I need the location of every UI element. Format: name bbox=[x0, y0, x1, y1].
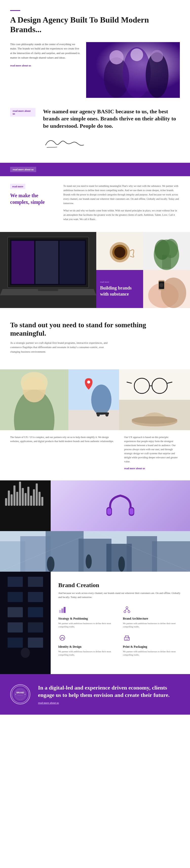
svg-point-98 bbox=[15, 694, 16, 695]
standout-title: To stand out you need to stand for somet… bbox=[10, 321, 180, 338]
footer-section: BRAND In a digital-led and experience dr… bbox=[0, 674, 190, 715]
svg-point-5 bbox=[130, 49, 143, 61]
gallery-macbook bbox=[0, 232, 96, 308]
svg-point-82 bbox=[124, 611, 126, 613]
complex-title: We make the complex, simple bbox=[10, 192, 56, 205]
complex-section: read more We make the complex, simple To… bbox=[0, 176, 190, 232]
music-bars bbox=[0, 480, 51, 531]
identity-desc: We partner with ambitious businesses to … bbox=[58, 650, 118, 657]
svg-point-39 bbox=[87, 380, 90, 383]
bar-12 bbox=[36, 484, 38, 506]
print-icon bbox=[123, 634, 182, 643]
svg-rect-60 bbox=[152, 541, 190, 572]
svg-rect-51 bbox=[107, 508, 111, 515]
strategy-desc: We partner with ambitious businesses to … bbox=[58, 622, 118, 629]
svg-point-37 bbox=[105, 413, 108, 416]
complex-desc-1: To stand out you need to stand for somet… bbox=[63, 184, 180, 205]
gallery-coffee bbox=[96, 232, 143, 270]
svg-point-34 bbox=[91, 384, 112, 415]
svg-rect-89 bbox=[123, 634, 131, 642]
strategy-title: Strategy & Positioning bbox=[58, 617, 118, 621]
named-title: We named our agency BASIC because to us,… bbox=[43, 108, 180, 130]
music-section bbox=[0, 480, 190, 531]
gallery-grid: read more Building brands with substance bbox=[96, 232, 190, 308]
svg-point-78 bbox=[21, 648, 30, 658]
print-desc: We partner with ambitious businesses to … bbox=[123, 650, 182, 657]
svg-rect-13 bbox=[38, 289, 58, 291]
svg-point-48 bbox=[132, 416, 177, 424]
svg-rect-40 bbox=[119, 369, 190, 400]
footer-text-block: In a digital-led and experience driven e… bbox=[38, 684, 180, 704]
complex-read-more[interactable]: read more bbox=[10, 184, 25, 189]
svg-point-65 bbox=[118, 556, 125, 572]
footer-read-more[interactable]: read more about us bbox=[38, 702, 180, 704]
svg-point-64 bbox=[86, 554, 92, 568]
named-read-more[interactable]: read more about us bbox=[10, 108, 35, 117]
bar-5 bbox=[16, 492, 18, 506]
named-section: read more about us We named our agency B… bbox=[0, 98, 190, 163]
strategy-icon bbox=[58, 606, 118, 615]
purple-card-read-more[interactable]: read more bbox=[100, 281, 139, 283]
svg-rect-10 bbox=[11, 241, 34, 284]
svg-point-6 bbox=[151, 50, 163, 62]
purple-card-title: Building brands with substance bbox=[100, 285, 139, 297]
gallery-purple-card: read more Building brands with substance bbox=[96, 270, 143, 308]
svg-rect-76 bbox=[28, 638, 43, 648]
svg-point-28 bbox=[159, 283, 163, 287]
identity-title: Identity & Design bbox=[58, 645, 118, 649]
svg-rect-75 bbox=[8, 638, 23, 648]
svg-rect-91 bbox=[125, 639, 128, 640]
svg-line-84 bbox=[125, 609, 127, 611]
image-glasses bbox=[119, 369, 190, 400]
ux-read-more[interactable]: read more about us bbox=[124, 467, 145, 470]
images-row-section bbox=[0, 369, 190, 430]
svg-rect-12 bbox=[60, 241, 85, 284]
complex-desc-2: What we do and why we hustle come from w… bbox=[63, 208, 180, 221]
svg-rect-69 bbox=[8, 592, 23, 602]
brand-badge: BRAND bbox=[10, 684, 30, 705]
image-glasses-hat-col bbox=[119, 369, 190, 430]
svg-point-36 bbox=[97, 413, 100, 416]
svg-rect-74 bbox=[28, 622, 43, 632]
ux-section: The future of UX / UI is complex, and ou… bbox=[0, 430, 190, 480]
svg-point-22 bbox=[164, 239, 178, 258]
hero-description: This core philosophy stands at the cente… bbox=[10, 42, 81, 60]
image-hat bbox=[119, 400, 190, 430]
svg-line-85 bbox=[127, 609, 129, 611]
svg-rect-67 bbox=[8, 577, 23, 587]
gallery-plant bbox=[143, 232, 190, 270]
service-architecture: Brand Architecture We partner with ambit… bbox=[123, 606, 182, 629]
hero-accent-line bbox=[10, 10, 20, 11]
architecture-title: Brand Architecture bbox=[123, 617, 182, 621]
svg-point-63 bbox=[47, 556, 55, 572]
svg-rect-72 bbox=[28, 607, 43, 617]
bar-2 bbox=[8, 491, 10, 506]
signature bbox=[43, 135, 180, 153]
svg-point-99 bbox=[25, 694, 26, 695]
purple-banner-text[interactable]: read more about us bbox=[10, 167, 36, 172]
brand-services-grid: Strategy & Positioning We partner with a… bbox=[58, 606, 182, 657]
svg-point-17 bbox=[114, 247, 125, 258]
svg-rect-11 bbox=[35, 241, 58, 284]
bar-6 bbox=[19, 482, 21, 506]
print-title: Print & Packaging bbox=[123, 645, 182, 649]
standout-section: To stand out you need to stand for somet… bbox=[0, 308, 190, 369]
service-identity: Identity & Design We partner with ambiti… bbox=[58, 634, 118, 657]
svg-point-83 bbox=[128, 611, 130, 613]
svg-rect-52 bbox=[129, 508, 133, 515]
hero-image bbox=[86, 42, 180, 98]
bar-4 bbox=[13, 486, 15, 506]
bar-3 bbox=[11, 494, 13, 506]
music-headphones bbox=[51, 480, 190, 531]
hero-read-more-link[interactable]: read more about us bbox=[10, 64, 31, 67]
svg-rect-70 bbox=[28, 592, 43, 602]
architecture-desc: We partner with ambitious businesses to … bbox=[123, 622, 182, 629]
bar-13 bbox=[38, 492, 40, 506]
svg-rect-33 bbox=[68, 410, 119, 430]
svg-rect-71 bbox=[8, 607, 23, 617]
gallery-section: read more Building brands with substance bbox=[0, 232, 190, 308]
bar-8 bbox=[25, 493, 27, 506]
service-print: Print & Packaging We partner with ambiti… bbox=[123, 634, 182, 657]
svg-point-81 bbox=[126, 607, 128, 609]
bar-14 bbox=[41, 497, 43, 506]
